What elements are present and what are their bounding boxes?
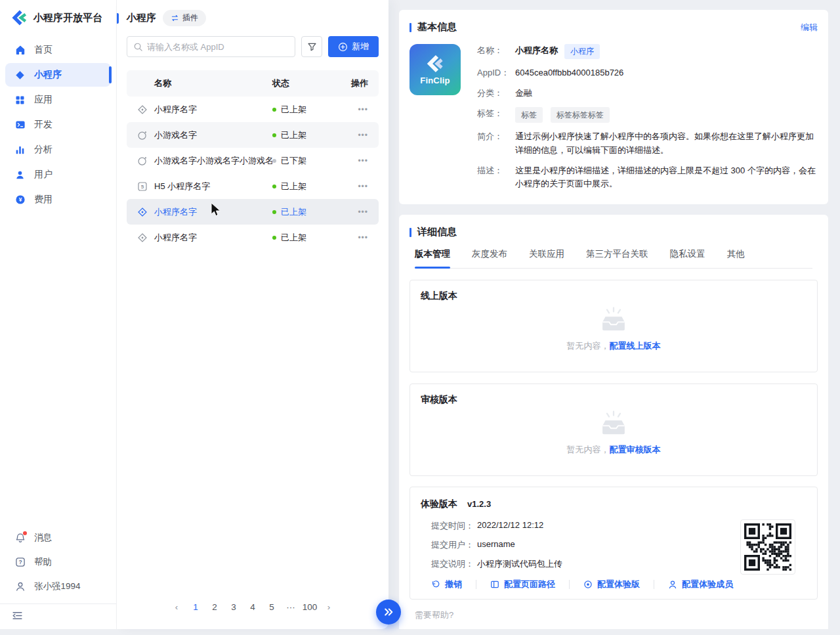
prev-page-button[interactable]: ‹: [168, 598, 185, 616]
search-input[interactable]: [147, 42, 289, 52]
row-actions-button[interactable]: •••: [341, 156, 368, 165]
configure-online-version-link[interactable]: 配置线上版本: [610, 341, 661, 351]
row-name: H5 小程序名字: [154, 181, 210, 192]
row-name: 小程序名字: [154, 104, 197, 116]
sidebar-item-help[interactable]: ? 帮助: [5, 550, 111, 574]
page-number[interactable]: 5: [263, 598, 280, 616]
sidebar-item-label: 小程序: [34, 69, 62, 81]
app-shell: 小程序开放平台 首页 小程序 应用 开发: [0, 0, 840, 629]
tab-gray-release[interactable]: 灰度发布: [472, 248, 507, 268]
configure-page-path-button[interactable]: 配置页面路径: [490, 579, 555, 590]
sidebar-item-account[interactable]: 张小强1994: [5, 575, 111, 598]
sidebar-item-label: 费用: [34, 194, 52, 206]
tab-privacy[interactable]: 隐私设置: [670, 248, 705, 268]
member-icon: [668, 580, 677, 589]
collapse-icon: [12, 610, 104, 621]
qr-code: [744, 523, 791, 571]
page-number[interactable]: 2: [206, 598, 223, 616]
table-row[interactable]: 小程序名字 已上架 •••: [127, 225, 379, 250]
trial-actions: 撤销 配置页面路径 配置体验版 配置体验成员: [421, 579, 807, 590]
configure-review-version-link[interactable]: 配置审核版本: [610, 445, 661, 454]
row-name: 小游戏名字: [154, 129, 197, 141]
page-number[interactable]: 4: [244, 598, 261, 616]
bell-icon: [14, 533, 26, 544]
submit-time-label: 提交时间：: [431, 520, 477, 532]
target-icon: [583, 580, 593, 589]
tag: 标签标签标签: [551, 107, 610, 123]
tab-linked-apps[interactable]: 关联应用: [529, 248, 564, 268]
plugin-toggle[interactable]: 插件: [163, 10, 206, 26]
h5-type-icon: 5: [137, 181, 148, 192]
search-box[interactable]: [127, 36, 295, 57]
row-actions-button[interactable]: •••: [341, 105, 368, 114]
row-actions-button[interactable]: •••: [341, 182, 368, 191]
sidebar-item-users[interactable]: 用户: [5, 163, 111, 186]
page-ellipsis[interactable]: ···: [282, 598, 299, 616]
tag: 标签: [515, 107, 543, 123]
configure-trial-members-button[interactable]: 配置体验成员: [668, 579, 733, 590]
row-actions-button[interactable]: •••: [341, 131, 368, 140]
row-name: 小程序名字: [154, 232, 197, 244]
table-row[interactable]: 5 H5 小程序名字 已上架 •••: [127, 173, 379, 199]
next-page-button[interactable]: ›: [320, 598, 337, 616]
divider: [654, 580, 654, 589]
empty-text: 暂无内容，: [567, 341, 610, 351]
table-row-selected[interactable]: 小程序名字 已上架 •••: [127, 199, 379, 225]
apps-icon: [14, 95, 26, 106]
divider: [569, 580, 570, 589]
trial-version-card: 体验版本 v1.2.3 提交时间： 2022/12/12 12:12 提交用户：…: [410, 487, 818, 600]
status-label: 已上架: [281, 104, 306, 116]
field-label-desc: 描述：: [477, 164, 515, 190]
status-label: 已上架: [281, 206, 306, 218]
help-text[interactable]: 需要帮助?: [399, 600, 828, 629]
tab-third-party[interactable]: 第三方平台关联: [586, 248, 648, 268]
status-label: 已下架: [281, 155, 306, 167]
sidebar-item-analytics[interactable]: 分析: [5, 138, 111, 162]
detail-info-card: 详细信息 版本管理 灰度发布 关联应用 第三方平台关联 隐私设置 其他 线上版本…: [399, 215, 828, 629]
collapse-sidebar-button[interactable]: [0, 604, 116, 629]
sidebar-item-dev[interactable]: 开发: [5, 113, 111, 137]
sidebar-item-billing[interactable]: ¥ 费用: [5, 188, 111, 211]
sidebar-item-label: 用户: [34, 169, 52, 181]
svg-text:¥: ¥: [18, 196, 22, 203]
page-number[interactable]: 100: [301, 598, 318, 616]
type-badge: 小程序: [564, 44, 600, 59]
row-actions-button[interactable]: •••: [341, 208, 368, 217]
row-name: 小游戏名字小游戏名字小游戏名字: [154, 155, 272, 167]
add-miniapp-button[interactable]: 新增: [328, 36, 379, 57]
page-number[interactable]: 3: [225, 598, 242, 616]
trial-version-number: v1.2.3: [467, 499, 491, 509]
filter-button[interactable]: [301, 36, 322, 57]
search-icon: [133, 42, 143, 52]
trial-version-title: 体验版本: [421, 498, 457, 510]
home-icon: [14, 45, 26, 56]
list-toolbar: 新增: [117, 26, 388, 70]
sidebar-item-label: 分析: [34, 144, 52, 156]
app-id: 6045cea0ffbbb4000185b726: [515, 66, 623, 79]
table-row[interactable]: 小程序名字 已上架 •••: [127, 97, 379, 122]
tab-other[interactable]: 其他: [727, 248, 745, 268]
expand-panel-button[interactable]: [376, 600, 401, 624]
edit-link[interactable]: 编辑: [801, 22, 818, 33]
detail-info-title: 详细信息: [417, 226, 457, 238]
tab-version-management[interactable]: 版本管理: [415, 248, 450, 268]
page-icon: [490, 580, 499, 589]
sidebar-item-miniapp[interactable]: 小程序: [5, 63, 111, 87]
revoke-button[interactable]: 撤销: [431, 579, 462, 590]
sidebar-footer: 消息 ? 帮助 张小强1994: [0, 525, 116, 629]
plus-circle-icon: [338, 42, 348, 52]
sidebar-item-messages[interactable]: 消息: [5, 526, 111, 550]
plugin-toggle-label: 插件: [182, 12, 198, 24]
page-number[interactable]: 1: [187, 598, 204, 616]
configure-trial-version-button[interactable]: 配置体验版: [583, 579, 640, 590]
submit-time-value: 2022/12/12 12:12: [477, 520, 543, 532]
username: 张小强1994: [34, 580, 81, 592]
table-row[interactable]: 小游戏名字 已上架 •••: [127, 122, 379, 148]
sidebar-item-apps[interactable]: 应用: [5, 88, 111, 112]
table-row[interactable]: 小游戏名字小游戏名字小游戏名字 已下架 •••: [127, 148, 379, 173]
miniapp-table: 名称 状态 操作 小程序名字 已上架 ••• 小游戏名字 已上架 •••: [117, 70, 388, 250]
submit-note-label: 提交说明：: [431, 558, 477, 570]
field-label-name: 名称：: [477, 44, 515, 59]
row-actions-button[interactable]: •••: [341, 233, 368, 242]
sidebar-item-home[interactable]: 首页: [5, 38, 111, 62]
